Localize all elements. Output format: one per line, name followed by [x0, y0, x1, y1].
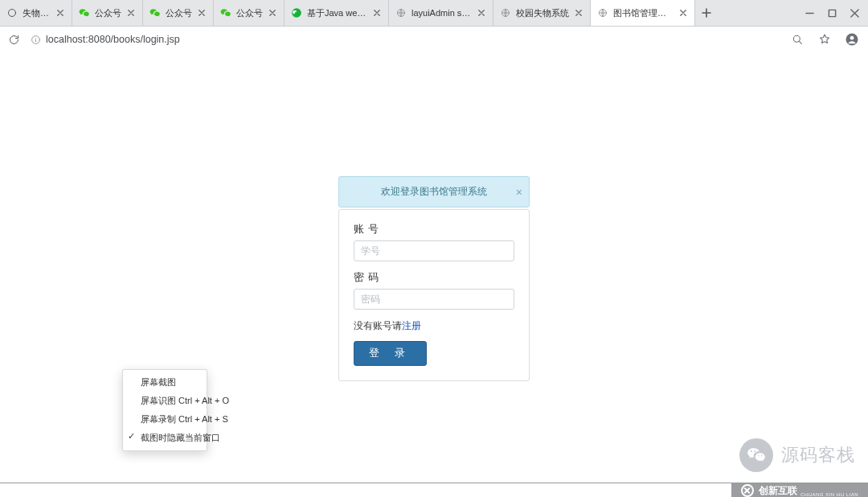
tab-title: layuiAdmin std - 通用后	[411, 7, 472, 19]
register-link[interactable]: 注册	[402, 320, 421, 331]
close-icon[interactable]	[268, 8, 277, 18]
tab-title: 图书馆管理系统	[613, 7, 674, 19]
login-button[interactable]: 登 录	[354, 341, 427, 366]
tab-item[interactable]: 校园失物系统	[493, 0, 591, 26]
password-input[interactable]	[354, 289, 514, 310]
close-icon[interactable]	[55, 8, 65, 18]
context-menu-item[interactable]: 截图时隐藏当前窗口	[123, 429, 207, 447]
browser-tabstrip: 失物系统 公众号 公众号 公众号	[0, 0, 868, 27]
password-field-group: 密 码	[354, 271, 514, 310]
footer-logo-subtext: CHUANG XIN HU LIAN	[800, 492, 858, 497]
close-icon[interactable]	[126, 8, 136, 18]
no-account-text: 没有账号请	[354, 320, 402, 331]
globe-icon	[395, 7, 407, 18]
svg-rect-5	[829, 10, 835, 16]
tab-item[interactable]: 公众号	[143, 0, 214, 26]
wechat-icon	[220, 7, 231, 18]
footer-logo-badge: 创新互联 CHUANG XIN HU LIAN	[731, 483, 868, 497]
context-menu-item[interactable]: 屏幕识图 Ctrl + Alt + O	[123, 392, 207, 410]
wechat-icon	[149, 7, 161, 18]
register-row: 没有账号请注册	[354, 319, 514, 333]
tab-title: 基于Java web的投票管理系	[307, 7, 367, 19]
tab-title: 校园失物系统	[516, 7, 569, 19]
window-controls	[796, 0, 868, 26]
tabs-container: 失物系统 公众号 公众号 公众号	[0, 0, 796, 26]
alert-text: 欢迎登录图书馆管理系统	[381, 186, 487, 197]
context-menu-item[interactable]: 屏幕录制 Ctrl + Alt + S	[123, 410, 207, 429]
url-text: localhost:8080/books/login.jsp	[46, 34, 180, 45]
page-viewport: 欢迎登录图书馆管理系统 × 账 号 密 码 没有账号请注册 登 录 屏幕截图 屏…	[0, 51, 868, 483]
maximize-icon[interactable]	[826, 7, 837, 18]
globe-icon	[6, 7, 18, 18]
tab-item[interactable]: 公众号	[214, 0, 285, 26]
tab-title: 公众号	[236, 7, 263, 19]
globe-icon	[500, 7, 511, 18]
tab-title: 失物系统	[23, 7, 51, 19]
address-bar: localhost:8080/books/login.jsp	[0, 27, 868, 53]
wechat-watermark-text: 源码客栈	[781, 443, 855, 467]
tab-item-active[interactable]: 图书馆管理系统	[591, 0, 695, 26]
close-icon[interactable]	[477, 8, 486, 18]
tab-item[interactable]: 基于Java web的投票管理系	[285, 0, 389, 26]
login-panel: 账 号 密 码 没有账号请注册 登 录	[338, 209, 530, 381]
site-info-icon[interactable]	[31, 35, 41, 45]
svg-point-0	[9, 10, 16, 17]
wechat-icon	[79, 7, 90, 18]
profile-icon[interactable]	[844, 31, 860, 47]
star-icon[interactable]	[817, 31, 833, 47]
svg-point-9	[850, 36, 854, 40]
footer-logo-bar: 创新互联 CHUANG XIN HU LIAN	[0, 483, 868, 497]
tab-item[interactable]: 失物系统	[0, 0, 72, 26]
close-icon[interactable]	[678, 8, 688, 18]
context-menu: 屏幕截图 屏幕识图 Ctrl + Alt + O 屏幕录制 Ctrl + Alt…	[122, 369, 207, 451]
zoom-icon[interactable]	[789, 31, 805, 47]
globe-icon	[597, 7, 608, 18]
alert-close-icon[interactable]: ×	[516, 187, 522, 198]
url-display[interactable]: localhost:8080/books/login.jsp	[31, 34, 781, 45]
reload-icon[interactable]	[5, 31, 23, 48]
close-icon[interactable]	[574, 8, 583, 18]
minimize-icon[interactable]	[804, 7, 815, 18]
footer-logo-text: 创新互联	[759, 484, 797, 498]
wechat-watermark: 源码客栈	[739, 438, 855, 472]
close-icon[interactable]	[372, 8, 382, 18]
username-label: 账 号	[354, 223, 514, 236]
username-input[interactable]	[354, 240, 514, 261]
svg-point-7	[793, 35, 800, 42]
wechat-logo-icon	[739, 438, 773, 472]
tab-title: 公众号	[95, 7, 121, 19]
login-alert: 欢迎登录图书馆管理系统 ×	[338, 176, 530, 207]
footer-logo-icon	[741, 484, 754, 497]
close-window-icon[interactable]	[849, 7, 860, 18]
username-field-group: 账 号	[354, 223, 514, 261]
tab-item[interactable]: 公众号	[72, 0, 143, 26]
wechat-solid-icon	[291, 7, 302, 18]
tab-title: 公众号	[166, 7, 192, 19]
close-icon[interactable]	[197, 8, 207, 18]
context-menu-item[interactable]: 屏幕截图	[123, 373, 207, 392]
new-tab-button[interactable]	[695, 0, 718, 26]
password-label: 密 码	[354, 271, 514, 285]
tab-item[interactable]: layuiAdmin std - 通用后	[389, 0, 493, 26]
